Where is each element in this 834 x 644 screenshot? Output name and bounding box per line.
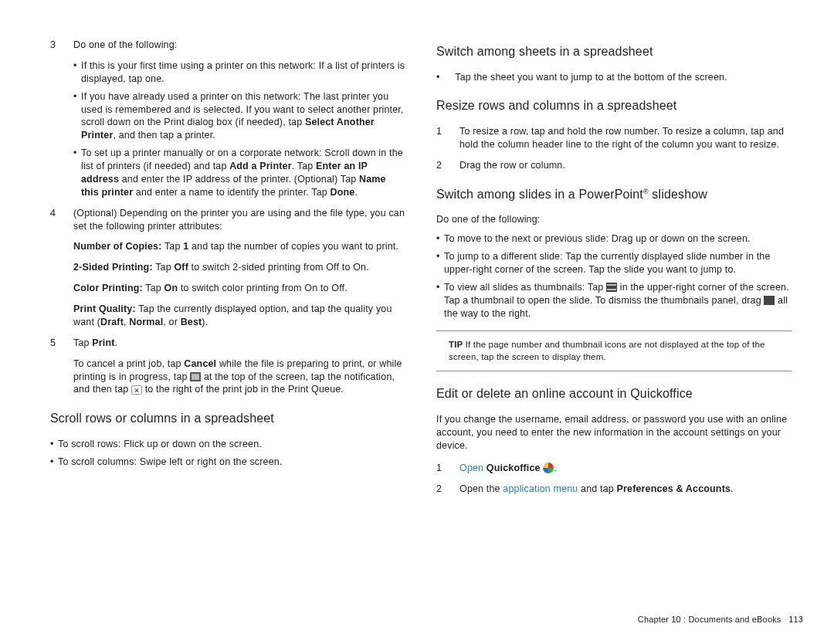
- step-number: 1: [436, 462, 459, 475]
- drag-handle-icon: [764, 296, 775, 305]
- step-number: 4: [50, 207, 73, 233]
- step-4: 4 (Optional) Depending on the printer yo…: [50, 207, 405, 233]
- list-item: To jump to a different slide: Tap the cu…: [436, 250, 792, 276]
- list-item: To view all slides as thumbnails: Tap in…: [436, 281, 792, 320]
- scroll-bullets: To scroll rows: Flick up or down on the …: [50, 438, 405, 469]
- registered-mark: ®: [643, 187, 649, 195]
- right-column: Switch among sheets in a spreadsheet Tap…: [436, 39, 792, 503]
- list-item: If you have already used a printer on th…: [73, 90, 405, 143]
- attr-2sided: 2-Sided Printing: Tap Off to switch 2-si…: [73, 261, 405, 274]
- step-number: 2: [436, 483, 459, 496]
- step-number: 2: [436, 159, 459, 172]
- tip-body: If the page number and thumbnail icons a…: [449, 340, 765, 361]
- heading-resize: Resize rows and columns in a spreadsheet: [436, 97, 792, 114]
- step-body: Do one of the following:: [73, 39, 405, 52]
- step-body: To resize a row, tap and hold the row nu…: [459, 125, 792, 151]
- page-number: 113: [788, 615, 803, 624]
- quickoffice-icon: [543, 463, 554, 473]
- heading-edit-account: Edit or delete an online account in Quic…: [436, 385, 792, 402]
- step-number: 1: [436, 125, 459, 151]
- attr-quality: Print Quality: Tap the currently display…: [73, 303, 405, 329]
- app-menu-link[interactable]: application menu: [503, 483, 578, 494]
- attr-copies: Number of Copies: Tap 1 and tap the numb…: [73, 240, 405, 253]
- slides-bullets: To move to the next or previous slide: D…: [436, 232, 792, 320]
- step-body: (Optional) Depending on the printer you …: [73, 207, 405, 233]
- list-item: To scroll columns: Swipe left or right o…: [50, 456, 405, 469]
- step-body: Open the application menu and tap Prefer…: [459, 483, 792, 496]
- step-body: Open Quickoffice .: [459, 462, 792, 475]
- page-footer: Chapter 10 : Documents and eBooks 113: [638, 615, 803, 624]
- step-body: Drag the row or column.: [459, 159, 792, 172]
- list-item: If this is your first time using a print…: [73, 59, 405, 86]
- switch-bullets: Tap the sheet you want to jump to at the…: [436, 71, 792, 84]
- close-icon: [131, 385, 142, 395]
- list-item: To set up a printer manually or on a cor…: [73, 147, 405, 199]
- attr-color: Color Printing: Tap On to switch color p…: [73, 282, 405, 295]
- tip-label: TIP: [449, 340, 463, 349]
- heading-scroll: Scroll rows or columns in a spreadsheet: [50, 410, 405, 427]
- heading-switch-sheets: Switch among sheets in a spreadsheet: [436, 43, 792, 60]
- chapter-label: Chapter 10 : Documents and eBooks: [638, 615, 781, 624]
- step-5: 5 Tap Print.: [50, 337, 405, 350]
- resize-step-1: 1 To resize a row, tap and hold the row …: [436, 125, 792, 151]
- resize-step-2: 2 Drag the row or column.: [436, 159, 792, 172]
- open-link[interactable]: Open: [459, 463, 483, 473]
- edit-step-1: 1 Open Quickoffice .: [436, 462, 792, 475]
- thumbnails-icon: [606, 283, 617, 292]
- print-icon: [190, 372, 201, 381]
- slides-lead: Do one of the following:: [436, 213, 792, 226]
- left-column: 3 Do one of the following: If this is yo…: [50, 39, 405, 503]
- step-body: Tap Print.: [73, 337, 405, 350]
- list-item: To move to the next or previous slide: D…: [436, 232, 792, 246]
- list-item: Tap the sheet you want to jump to at the…: [436, 71, 792, 84]
- heading-slides: Switch among slides in a PowerPoint® sli…: [436, 186, 792, 203]
- step-3: 3 Do one of the following:: [50, 39, 405, 52]
- cancel-para: To cancel a print job, tap Cancel while …: [73, 358, 405, 397]
- step-3-options: If this is your first time using a print…: [73, 59, 405, 199]
- tip-box: TIP If the page number and thumbnail ico…: [436, 330, 792, 371]
- step-number: 5: [50, 337, 73, 350]
- list-item: To scroll rows: Flick up or down on the …: [50, 438, 405, 451]
- step-number: 3: [50, 39, 73, 52]
- edit-step-2: 2 Open the application menu and tap Pref…: [436, 483, 792, 496]
- edit-para: If you change the username, email addres…: [436, 413, 792, 452]
